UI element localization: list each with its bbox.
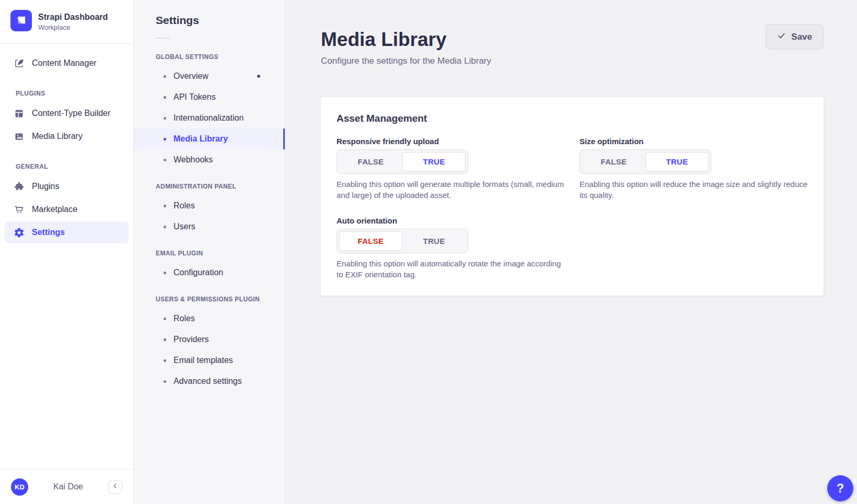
subnav-section-email-plugin: EMAIL PLUGIN xyxy=(134,237,285,262)
user-name: Kai Doe xyxy=(53,482,83,491)
subnav-section-users-permissions-plugin: USERS & PERMISSIONS PLUGIN xyxy=(134,283,285,308)
subnav-item-admin-roles[interactable]: Roles xyxy=(134,195,285,216)
puzzle-icon xyxy=(13,181,25,192)
field-label: Auto orientation xyxy=(337,216,565,225)
sidebar-item-label: Media Library xyxy=(32,132,83,141)
page-header: Media Library Configure the settings for… xyxy=(285,0,857,66)
sidebar-item-settings[interactable]: Settings xyxy=(5,221,129,243)
workspace-switcher[interactable]: Strapi Dashboard Workplace xyxy=(0,0,133,44)
sidebar-item-content-manager[interactable]: Content Manager xyxy=(5,52,129,74)
sidebar-item-label: Marketplace xyxy=(32,205,77,214)
subnav-item-label: Media Library xyxy=(173,134,228,144)
subnav-item-label: API Tokens xyxy=(173,92,216,102)
subnav-item-overview[interactable]: Overview xyxy=(134,66,285,87)
field-size-optimization: Size optimization FALSE TRUE Enabling th… xyxy=(580,137,808,201)
save-button-label: Save xyxy=(791,32,812,42)
notification-dot xyxy=(257,75,260,78)
sidebar-section-general: GENERAL xyxy=(0,148,133,174)
subnav-item-providers[interactable]: Providers xyxy=(134,329,285,350)
sidebar-item-media-library[interactable]: Media Library xyxy=(5,125,129,147)
field-hint: Enabling this option will reduce the ima… xyxy=(580,179,808,201)
subnav-item-label: Configuration xyxy=(173,268,223,277)
toggle-option-true[interactable]: TRUE xyxy=(402,231,466,251)
subnav-item-advanced-settings[interactable]: Advanced settings xyxy=(134,371,285,392)
sidebar-item-marketplace[interactable]: Marketplace xyxy=(5,198,129,220)
main-content: Media Library Configure the settings for… xyxy=(285,0,857,504)
sidebar-footer: KD Kai Doe xyxy=(0,469,133,504)
subnav-item-email-templates[interactable]: Email templates xyxy=(134,350,285,371)
app-title: Strapi Dashboard xyxy=(38,13,108,22)
settings-subnav: Settings GLOBAL SETTINGS Overview API To… xyxy=(134,0,285,504)
subnav-item-media-library[interactable]: Media Library xyxy=(134,128,285,149)
subnav-title: Settings xyxy=(134,14,285,27)
feather-icon xyxy=(13,57,25,69)
sidebar-item-content-type-builder[interactable]: Content-Type Builder xyxy=(5,102,129,124)
subnav-section-global-settings: GLOBAL SETTINGS xyxy=(134,41,285,66)
bullet-icon xyxy=(164,226,166,228)
auto-orientation-toggle: FALSE TRUE xyxy=(337,229,468,253)
sidebar-item-plugins[interactable]: Plugins xyxy=(5,175,129,197)
subnav-item-label: Providers xyxy=(173,335,209,344)
card-heading: Asset Management xyxy=(337,113,808,124)
toggle-option-true[interactable]: TRUE xyxy=(645,152,709,171)
page-subtitle: Configure the settings for the Media Lib… xyxy=(321,56,491,66)
gear-icon xyxy=(13,227,25,238)
subnav-item-label: Overview xyxy=(173,72,209,81)
question-mark-icon: ? xyxy=(837,482,844,496)
collapse-sidebar-button[interactable] xyxy=(108,480,122,494)
subnav-item-label: Advanced settings xyxy=(173,377,242,386)
sidebar-item-label: Plugins xyxy=(32,182,59,191)
subnav-item-label: Roles xyxy=(173,314,195,323)
bullet-icon xyxy=(164,338,166,341)
image-icon xyxy=(13,131,25,142)
bullet-icon xyxy=(164,159,166,161)
subnav-item-label: Roles xyxy=(173,201,195,210)
bullet-icon xyxy=(164,272,166,274)
main-navigation: Content Manager PLUGINS Content-Type Bui… xyxy=(0,44,133,469)
bullet-icon xyxy=(164,117,166,120)
sidebar-item-label: Content-Type Builder xyxy=(32,109,110,118)
sidebar-item-label: Settings xyxy=(32,228,65,237)
workspace-name: Workplace xyxy=(38,24,108,31)
sidebar-section-plugins: PLUGINS xyxy=(0,75,133,101)
chevron-left-icon xyxy=(112,482,119,491)
layout-icon xyxy=(13,108,25,119)
subnav-divider xyxy=(156,38,170,39)
subnav-item-internationalization[interactable]: Internationalization xyxy=(134,108,285,128)
subnav-item-label: Email templates xyxy=(173,356,233,365)
field-label: Size optimization xyxy=(580,137,808,146)
asset-management-card: Asset Management Responsive friendly upl… xyxy=(321,97,824,296)
bullet-icon xyxy=(164,75,166,78)
bullet-icon xyxy=(164,318,166,320)
field-hint: Enabling this option will generate multi… xyxy=(337,179,565,201)
subnav-item-webhooks[interactable]: Webhooks xyxy=(134,149,285,170)
subnav-section-administration-panel: ADMINISTRATION PANEL xyxy=(134,170,285,195)
help-button[interactable]: ? xyxy=(827,475,853,501)
strapi-logo-icon xyxy=(10,10,32,33)
subnav-item-label: Internationalization xyxy=(173,113,244,123)
subnav-item-email-configuration[interactable]: Configuration xyxy=(134,262,285,283)
save-button[interactable]: Save xyxy=(766,24,824,50)
toggle-option-false[interactable]: FALSE xyxy=(582,152,645,171)
page-title: Media Library xyxy=(321,29,491,51)
subnav-item-up-roles[interactable]: Roles xyxy=(134,308,285,329)
responsive-upload-toggle: FALSE TRUE xyxy=(337,149,468,174)
avatar[interactable]: KD xyxy=(11,478,28,496)
toggle-option-false[interactable]: FALSE xyxy=(339,231,402,251)
subnav-item-label: Users xyxy=(173,222,195,231)
bullet-icon xyxy=(164,359,166,362)
bullet-icon xyxy=(164,380,166,383)
toggle-option-true[interactable]: TRUE xyxy=(402,152,466,171)
bullet-icon xyxy=(164,205,166,207)
toggle-option-false[interactable]: FALSE xyxy=(339,152,402,171)
subnav-item-admin-users[interactable]: Users xyxy=(134,216,285,237)
sidebar-item-label: Content Manager xyxy=(32,58,97,68)
bullet-icon xyxy=(164,96,166,99)
field-label: Responsive friendly upload xyxy=(337,137,565,146)
field-hint: Enabling this option will automatically … xyxy=(337,258,565,280)
bullet-icon xyxy=(164,138,166,140)
field-auto-orientation: Auto orientation FALSE TRUE Enabling thi… xyxy=(337,216,565,280)
subnav-item-api-tokens[interactable]: API Tokens xyxy=(134,87,285,108)
app-sidebar: Strapi Dashboard Workplace Content Manag… xyxy=(0,0,134,504)
cart-icon xyxy=(13,204,25,215)
